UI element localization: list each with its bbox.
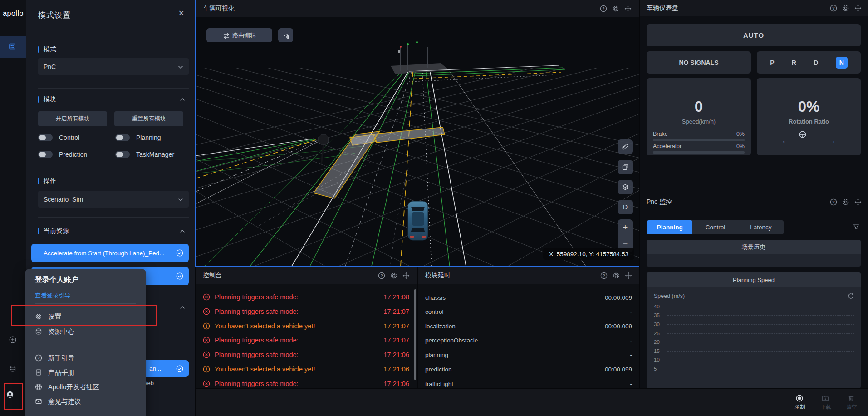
view-mode-button[interactable]: D [618,200,633,214]
help-icon[interactable] [830,5,837,12]
gear-r: R [792,59,796,66]
refresh-icon[interactable] [847,292,853,299]
menu-item-settings[interactable]: 设置 [35,310,140,323]
console-header: 控制台 [196,267,417,284]
ruler-icon [622,143,629,150]
prediction-toggle[interactable] [38,151,53,158]
rotation-value: 0% [757,98,861,115]
modules-collapse-icon[interactable] [179,94,185,103]
control-toggle[interactable] [38,134,53,141]
toggle-label: TaskManager [136,151,174,158]
sidebar-add-button[interactable] [0,333,26,347]
3d-viewport[interactable]: 路由编辑 D + − X: 559892.10, Y: 4157584.53 [196,17,639,266]
chart-gridline: 20 [654,339,854,345]
record-button[interactable]: 录制 [791,395,809,411]
resources-collapse-icon[interactable] [179,226,185,234]
gear-n-active: N [836,57,848,69]
menu-item-product-manual[interactable]: 产品手册 [35,366,140,379]
resource-item-selected[interactable]: Accelerate from Start (Through Lane)_Ped… [31,244,189,262]
move-panel-icon[interactable] [854,5,862,12]
vehicle-visualization-panel: 车辆可视化 [195,0,639,267]
panel-title: 模式设置 [38,10,71,20]
section-collapse-icon[interactable] [179,302,185,311]
move-panel-icon[interactable] [402,272,410,279]
resource-item-label: Accelerate from Start (Through Lane)_Ped… [44,250,164,257]
setup-all-modules-button[interactable]: 开启所有模块 [38,111,107,126]
error-icon [203,380,210,387]
gear-icon[interactable] [842,5,849,12]
arrow-left-icon: ← [782,137,789,145]
divider [38,217,189,218]
trash-icon [848,395,856,403]
account-popup: 登录个人账户 查看登录引导 设置 资源中心 新手引导 产品手册 Apollo开发… [25,269,146,416]
gear-icon[interactable] [613,272,620,279]
measure-tool-button[interactable] [618,139,633,154]
mail-icon [35,398,42,405]
copy-view-button[interactable] [618,160,633,174]
gear-icon[interactable] [612,5,619,12]
reset-all-modules-button[interactable]: 重置所有模块 [114,111,183,126]
taskmanager-toggle[interactable] [115,151,130,158]
chevron-down-icon [177,196,183,203]
scene-history-card[interactable]: 场景历史 [647,240,861,254]
plus-circle-icon [9,336,17,344]
gear-icon [35,313,42,320]
resource-center-icon [35,328,42,335]
panel-title: 控制台 [203,272,222,280]
sidebar-resource-button[interactable] [0,362,26,376]
gear-icon[interactable] [842,198,849,206]
toggle-label: Prediction [59,151,87,158]
clear-button[interactable]: 清空 [843,395,861,411]
module-toggle-row: Control [38,134,79,141]
error-icon [203,351,210,358]
planning-toggle[interactable] [115,134,130,141]
tab-latency[interactable]: Latency [738,220,784,234]
chart-gridline: 5 [654,366,854,372]
gear-icon[interactable] [390,272,397,279]
dashboard-header: 车辆仪表盘 [640,0,868,16]
tab-control[interactable]: Control [692,220,738,234]
divider [35,303,136,304]
3d-scene [196,17,639,266]
login-guide-link[interactable]: 查看登录引导 [35,292,70,300]
mode-settings-header: 模式设置 × [26,0,195,28]
filter-icon[interactable] [853,223,860,231]
app-sidebar: apollo [0,0,26,416]
resource-item-label: an... [149,365,161,372]
chart-gridline: 10 [654,357,854,363]
chart-gridline: 35 [654,312,854,318]
check-circle-icon [176,272,183,280]
help-icon[interactable] [378,272,385,279]
sidebar-account-button[interactable] [0,391,26,405]
menu-item-beginner-guide[interactable]: 新手引导 [35,351,140,365]
operation-select-value: Scenario_Sim [44,196,83,203]
move-panel-icon[interactable] [625,272,632,279]
help-icon[interactable] [600,272,608,279]
layers-button[interactable] [618,180,633,194]
route-edit-button[interactable]: 路由编辑 [206,28,272,42]
help-icon[interactable] [830,198,837,206]
accelerator-row: Accelerator0% [653,143,745,150]
menu-item-developer-community[interactable]: Apollo开发者社区 [35,380,140,394]
move-panel-icon[interactable] [624,5,632,12]
planning-speed-card-title[interactable]: Planning Speed [647,272,861,287]
drive-mode-button[interactable]: AUTO [647,24,861,46]
console-scrollbar[interactable] [414,289,416,380]
close-icon[interactable]: × [178,8,184,18]
check-circle-icon [176,365,183,372]
help-icon[interactable] [600,5,607,12]
saved-route-button[interactable] [278,28,293,42]
bottom-toolbar: 录制 下载 清空 [196,389,868,416]
sidebar-item-mode-settings[interactable] [0,36,26,58]
menu-item-resource-center[interactable]: 资源中心 [35,325,140,338]
warning-icon [203,322,210,330]
error-icon [203,308,210,315]
download-button[interactable]: 下载 [817,395,835,411]
operation-select[interactable]: Scenario_Sim [38,191,189,208]
mode-select[interactable]: PnC [38,58,189,75]
tab-planning[interactable]: Planning [647,220,692,234]
menu-item-feedback[interactable]: 意见与建议 [35,395,140,408]
zoom-in-button[interactable]: + [618,219,633,236]
move-panel-icon[interactable] [854,198,862,206]
right-column: 车辆仪表盘 AUTO NO SIGNALS P R D N 0 Speed(km… [640,0,868,388]
